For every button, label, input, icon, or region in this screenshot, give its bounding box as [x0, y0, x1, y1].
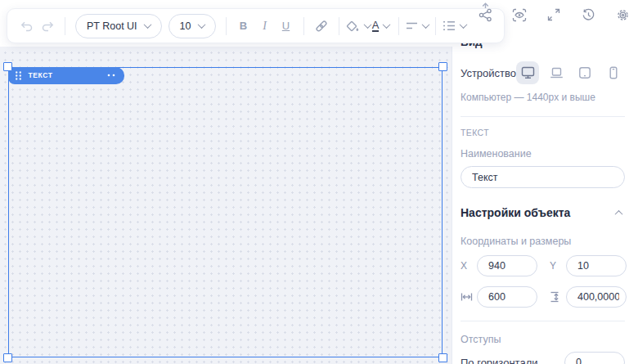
tablet-icon: [578, 66, 591, 79]
settings-button[interactable]: [612, 3, 633, 26]
underline-button[interactable]: U: [276, 15, 297, 38]
text-format-toolbar: PT Root UI 10 B I U: [7, 8, 505, 43]
preview-eye-icon: [512, 8, 527, 22]
object-settings-header[interactable]: Настройки объекта: [461, 206, 625, 219]
block-label: ТЕКСТ: [29, 71, 53, 79]
align-button[interactable]: [406, 15, 429, 38]
panel-divider: [461, 116, 625, 117]
coords-label: Координаты и размеры: [461, 236, 625, 247]
device-phone-button[interactable]: [602, 61, 625, 84]
link-icon: [315, 20, 328, 33]
list-button[interactable]: [443, 15, 466, 38]
width-icon: [461, 292, 477, 302]
laptop-icon: [550, 66, 564, 79]
font-size-value: 10: [180, 20, 191, 32]
share-icon: [478, 8, 492, 22]
size-row: [461, 286, 625, 308]
x-label: X: [461, 260, 477, 272]
horizontal-input[interactable]: [564, 352, 625, 364]
horizontal-margin-row: По горизонтали: [461, 352, 625, 364]
chevron-down-icon: [383, 20, 391, 29]
fullscreen-icon: [547, 8, 560, 21]
y-input[interactable]: [566, 255, 627, 276]
xy-row: X Y: [461, 255, 625, 276]
toolbar-divider: [435, 17, 436, 35]
list-icon: [443, 20, 456, 31]
horizontal-label: По горизонтали: [461, 357, 537, 364]
align-icon: [406, 21, 418, 30]
toolbar-divider: [398, 17, 399, 35]
share-button[interactable]: [474, 3, 496, 26]
italic-button[interactable]: I: [254, 15, 276, 38]
font-family-select[interactable]: PT Root UI: [75, 14, 162, 38]
margins-label: Отступы: [461, 334, 625, 345]
history-icon: [582, 8, 595, 22]
font-family-value: PT Root UI: [87, 20, 137, 32]
resize-handle-top-right[interactable]: [438, 62, 447, 71]
name-input[interactable]: [461, 166, 625, 188]
chevron-down-icon: [421, 20, 429, 29]
block-more-icon[interactable]: [107, 74, 116, 77]
device-desktop-button[interactable]: [516, 61, 539, 84]
properties-panel: Вид Устройство: [453, 0, 638, 364]
panel-divider: [461, 321, 625, 321]
settings-gear-icon: [616, 8, 630, 22]
block-header-bar[interactable]: ТЕКСТ: [8, 67, 124, 84]
x-input[interactable]: [477, 255, 537, 276]
device-hint: Компьютер — 1440px и выше: [461, 92, 625, 103]
selected-block-outline[interactable]: ТЕКСТ: [8, 67, 443, 357]
history-button[interactable]: [577, 3, 599, 26]
resize-handle-bottom-right[interactable]: [438, 353, 447, 362]
toolbar-divider: [65, 17, 65, 35]
device-label: Устройство: [461, 67, 516, 79]
toolbar-divider: [226, 17, 227, 35]
device-laptop-button[interactable]: [545, 61, 568, 84]
fill-color-button[interactable]: [346, 15, 371, 38]
paint-bucket-icon: [346, 20, 360, 33]
device-tablet-button[interactable]: [573, 61, 596, 84]
chevron-down-icon: [459, 20, 467, 29]
element-type-label: ТЕКСТ: [461, 128, 625, 137]
device-selector-row: Устройство: [461, 61, 625, 84]
width-input[interactable]: [477, 286, 537, 308]
editor-canvas[interactable]: ТЕКСТ: [0, 47, 452, 364]
resize-handle-bottom-left[interactable]: [3, 353, 12, 362]
preview-button[interactable]: [509, 3, 530, 26]
bold-button[interactable]: B: [233, 15, 254, 38]
undo-button[interactable]: [16, 15, 37, 38]
object-settings-title: Настройки объекта: [461, 206, 570, 219]
desktop-icon: [521, 66, 535, 79]
chevron-down-icon: [197, 20, 205, 29]
resize-handle-top-left[interactable]: [3, 62, 12, 71]
top-right-actions: [474, 3, 633, 26]
chevron-down-icon: [143, 20, 151, 29]
link-button[interactable]: [311, 15, 332, 38]
text-color-button[interactable]: A: [371, 15, 392, 38]
redo-button[interactable]: [37, 15, 58, 38]
drag-handle-icon[interactable]: [15, 70, 22, 81]
toolbar-divider: [339, 17, 339, 35]
name-label: Наименование: [461, 148, 625, 160]
y-label: Y: [550, 260, 566, 272]
chevron-up-icon: [615, 209, 623, 218]
height-icon: [550, 291, 566, 303]
height-input[interactable]: [566, 286, 627, 308]
phone-icon: [607, 66, 620, 79]
fullscreen-button[interactable]: [543, 3, 564, 26]
font-size-select[interactable]: 10: [168, 14, 216, 38]
toolbar-divider: [303, 17, 304, 35]
